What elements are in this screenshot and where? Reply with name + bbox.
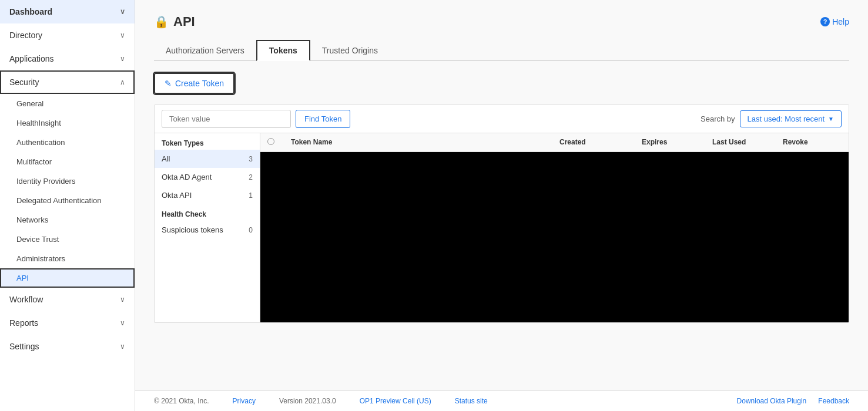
sidebar-sub-item-api[interactable]: API — [0, 268, 135, 288]
footer: © 2021 Okta, Inc. Privacy Version 2021.0… — [135, 390, 868, 411]
table-container: Find Token Search by Last used: Most rec… — [154, 105, 849, 323]
sidebar-sub-item-networks[interactable]: Networks — [0, 210, 135, 230]
token-type-okta-api-count: 1 — [249, 191, 253, 200]
tabs-bar: Authorization Servers Tokens Trusted Ori… — [154, 39, 849, 61]
sidebar-item-workflow-label: Workflow — [9, 295, 43, 304]
col-expires: Expires — [642, 138, 712, 147]
token-type-all-count: 3 — [249, 155, 253, 163]
radio-header-icon — [267, 138, 274, 145]
create-token-button[interactable]: ✎ Create Token — [154, 73, 234, 94]
token-table-header: Token Name Created Expires Last Used Rev… — [260, 133, 849, 152]
suspicious-tokens-label: Suspicious tokens — [162, 225, 223, 234]
sidebar-sub-item-identity-providers[interactable]: Identity Providers — [0, 171, 135, 191]
create-token-icon: ✎ — [165, 79, 172, 88]
health-check-section-header: Health Check — [155, 204, 260, 221]
search-bar: Find Token Search by Last used: Most rec… — [155, 105, 849, 133]
token-table: Token Name Created Expires Last Used Rev… — [260, 133, 849, 322]
sidebar-item-directory[interactable]: Directory ∨ — [0, 23, 135, 47]
sidebar-item-applications-label: Applications — [9, 54, 54, 63]
chevron-down-icon: ∨ — [120, 319, 125, 327]
sidebar-sub-item-general[interactable]: General — [0, 94, 135, 113]
chevron-down-icon: ∨ — [120, 8, 125, 16]
sidebar-item-applications[interactable]: Applications ∨ — [0, 47, 135, 70]
sidebar-item-settings[interactable]: Settings ∨ — [0, 335, 135, 358]
tab-trusted-origins[interactable]: Trusted Origins — [310, 41, 390, 61]
token-type-okta-ad-agent[interactable]: Okta AD Agent 2 — [155, 168, 260, 186]
token-types-section-header: Token Types — [155, 133, 260, 150]
sidebar-sub-item-multifactor[interactable]: Multifactor — [0, 152, 135, 171]
help-label: Help — [832, 17, 849, 26]
sort-caret-icon: ▼ — [828, 116, 834, 122]
col-last-used: Last Used — [712, 138, 783, 147]
sidebar-sub-item-delegated-authentication[interactable]: Delegated Authentication — [0, 191, 135, 210]
chevron-up-icon: ∧ — [120, 78, 125, 86]
chevron-down-icon: ∨ — [120, 31, 125, 39]
token-type-okta-ad-agent-count: 2 — [249, 173, 253, 181]
token-type-okta-api-label: Okta API — [162, 191, 192, 200]
sidebar-item-dashboard-label: Dashboard — [9, 7, 52, 16]
sort-label: Last used: Most recent — [748, 114, 825, 123]
table-inner: Token Types All 3 Okta AD Agent 2 — [155, 133, 849, 322]
chevron-down-icon: ∨ — [120, 295, 125, 304]
footer-copyright: © 2021 Okta, Inc. — [154, 397, 209, 405]
page-title: API — [173, 14, 195, 29]
page-title-area: 🔒 API — [154, 14, 195, 29]
token-types-panel: Token Types All 3 Okta AD Agent 2 — [155, 133, 260, 322]
token-type-all-label: All — [162, 154, 170, 163]
page-header: 🔒 API ? Help — [154, 14, 849, 29]
footer-cell-link[interactable]: OP1 Preview Cell (US) — [360, 397, 431, 405]
sidebar-item-security[interactable]: Security ∧ — [0, 70, 135, 94]
token-table-body — [260, 152, 849, 322]
footer-privacy-link[interactable]: Privacy — [233, 397, 256, 405]
page-content: 🔒 API ? Help Authorization Servers Token… — [135, 0, 868, 390]
sidebar-item-dashboard[interactable]: Dashboard ∨ — [0, 0, 135, 23]
sort-dropdown[interactable]: Last used: Most recent ▼ — [740, 110, 842, 127]
tab-authorization-servers[interactable]: Authorization Servers — [154, 41, 256, 61]
token-type-okta-api[interactable]: Okta API 1 — [155, 186, 260, 204]
find-token-button[interactable]: Find Token — [296, 110, 350, 128]
sidebar-item-security-label: Security — [9, 78, 39, 87]
search-by-label: Search by — [701, 114, 735, 123]
sidebar-item-reports-label: Reports — [9, 318, 38, 328]
main-content: 🔒 API ? Help Authorization Servers Token… — [135, 0, 868, 411]
col-revoke: Revoke — [783, 138, 842, 147]
footer-feedback-link[interactable]: Feedback — [818, 397, 849, 405]
sidebar-item-settings-label: Settings — [9, 342, 39, 351]
help-link[interactable]: ? Help — [820, 17, 849, 26]
footer-download-plugin-link[interactable]: Download Okta Plugin — [737, 397, 807, 405]
chevron-down-icon: ∨ — [120, 342, 125, 351]
create-token-label: Create Token — [175, 79, 224, 88]
sidebar-sub-item-administrators[interactable]: Administrators — [0, 249, 135, 268]
sidebar-item-reports[interactable]: Reports ∨ — [0, 311, 135, 335]
footer-version: Version 2021.03.0 — [279, 397, 336, 405]
sidebar-sub-item-authentication[interactable]: Authentication — [0, 133, 135, 152]
token-value-input[interactable] — [162, 110, 291, 128]
col-created: Created — [559, 138, 642, 147]
token-type-all[interactable]: All 3 — [155, 150, 260, 168]
suspicious-tokens-count: 0 — [249, 226, 253, 234]
footer-status-site-link[interactable]: Status site — [455, 397, 488, 405]
help-icon: ? — [820, 17, 830, 26]
col-token-name: Token Name — [291, 138, 559, 147]
sidebar-sub-item-healthinsight[interactable]: HealthInsight — [0, 113, 135, 133]
token-type-okta-ad-agent-label: Okta AD Agent — [162, 173, 212, 181]
tab-tokens[interactable]: Tokens — [256, 40, 310, 61]
sidebar-item-workflow[interactable]: Workflow ∨ — [0, 288, 135, 311]
chevron-down-icon: ∨ — [120, 55, 125, 63]
col-radio — [267, 138, 291, 147]
sidebar: Dashboard ∨ Directory ∨ Applications ∨ S… — [0, 0, 135, 411]
token-type-suspicious[interactable]: Suspicious tokens 0 — [155, 221, 260, 239]
sidebar-item-directory-label: Directory — [9, 31, 42, 40]
footer-right: Download Okta Plugin Feedback — [737, 397, 849, 405]
sidebar-sub-item-device-trust[interactable]: Device Trust — [0, 230, 135, 249]
lock-icon: 🔒 — [154, 15, 169, 29]
